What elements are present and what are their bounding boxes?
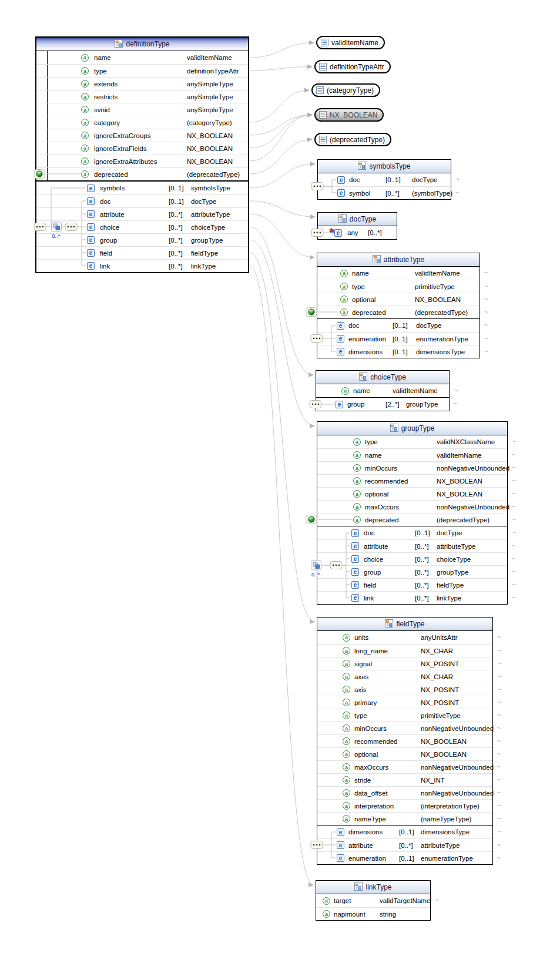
simple-type-box-definitionTypeAttr[interactable]: definitionTypeAttr: [314, 60, 391, 73]
attribute-row[interactable]: category (categoryType): [36, 116, 248, 129]
complex-type-box-groupType[interactable]: groupType type validNXClassName name val…: [317, 421, 508, 605]
element-row[interactable]: group [0..*] groupType: [317, 565, 507, 578]
attribute-row[interactable]: signal NX_POSINT: [317, 657, 492, 670]
complex-type-box-choiceType[interactable]: choiceType name validItemName group [2..…: [316, 370, 450, 411]
element-row[interactable]: group [0..*] groupType: [36, 233, 248, 246]
attribute-row[interactable]: type primitiveType: [317, 709, 492, 722]
attribute-icon: [343, 737, 350, 745]
attributes-section: target validTargetName napimount string: [316, 894, 430, 920]
element-row[interactable]: group [2..*] groupType: [316, 398, 449, 411]
element-type: groupType: [191, 237, 248, 244]
attribute-row[interactable]: maxOccurs nonNegativeUnbounded: [317, 500, 507, 513]
simple-type-box-NX_BOOLEAN[interactable]: NX_BOOLEAN: [314, 108, 384, 122]
attribute-row[interactable]: minOccurs nonNegativeUnbounded: [317, 722, 492, 734]
attribute-row[interactable]: type validNXClassName: [317, 435, 507, 448]
attribute-row[interactable]: data_offset nonNegativeUnbounded: [317, 786, 492, 799]
attribute-row[interactable]: target validTargetName: [316, 894, 430, 907]
box-header-definitionType[interactable]: definitionType: [36, 38, 248, 51]
element-row[interactable]: attribute [0..*] attributeType: [36, 207, 248, 220]
box-header-attributeType[interactable]: attributeType: [317, 253, 479, 267]
complex-type-box-docType[interactable]: docType any [0..*]: [317, 212, 397, 240]
attribute-icon: [353, 490, 361, 498]
attribute-row[interactable]: ignoreExtraAttributes NX_BOOLEAN: [36, 155, 248, 167]
element-row[interactable]: dimensions [0..1] dimensionsType: [317, 826, 492, 838]
attribute-row[interactable]: name validItemName: [317, 448, 507, 461]
attribute-row[interactable]: ignoreExtraGroups NX_BOOLEAN: [36, 129, 248, 142]
any-element-row[interactable]: any [0..*]: [318, 226, 397, 239]
complex-type-box-definitionType[interactable]: definitionType name validItemName type d…: [35, 36, 249, 273]
element-row[interactable]: dimensions [0..1] dimensionsType: [317, 345, 479, 358]
attribute-icon: [343, 647, 350, 655]
attribute-row[interactable]: ignoreExtraFields NX_BOOLEAN: [36, 142, 248, 155]
attribute-row[interactable]: optional NX_BOOLEAN: [317, 747, 492, 760]
attribute-row[interactable]: long_name NX_CHAR: [317, 644, 492, 657]
attribute-icon: [81, 119, 89, 126]
attribute-row[interactable]: units anyUnitsAttr: [317, 631, 492, 644]
box-header-choiceType[interactable]: choiceType: [316, 371, 449, 384]
attribute-row[interactable]: maxOccurs nonNegativeUnbounded: [317, 760, 492, 773]
attribute-row[interactable]: name validItemName: [317, 267, 479, 280]
occurrence: [0..*]: [385, 190, 412, 197]
attributes-section: name validItemName type definitionTypeAt…: [36, 51, 248, 182]
attribute-row[interactable]: optional NX_BOOLEAN: [317, 487, 507, 500]
element-row[interactable]: link [0..*] linkType: [317, 591, 507, 604]
simple-type-box-validItemName[interactable]: validItemName: [316, 36, 385, 49]
element-row[interactable]: link [0..*] linkType: [36, 259, 248, 272]
box-header-linkType[interactable]: linkType: [316, 881, 430, 894]
element-type: fieldType: [437, 582, 507, 589]
attribute-type: NX_BOOLEAN: [187, 158, 248, 165]
element-row[interactable]: doc [0..1] docType: [318, 173, 451, 186]
attribute-row[interactable]: deprecated (deprecatedType): [36, 167, 248, 180]
occurrence: [0..*]: [169, 224, 191, 231]
box-header-symbolsType[interactable]: symbolsType: [318, 160, 451, 173]
attribute-row[interactable]: type primitiveType: [317, 280, 479, 293]
attribute-name: recommended: [365, 478, 437, 485]
attribute-row[interactable]: restricts anySimpleType: [36, 90, 248, 103]
attribute-row[interactable]: name validItemName: [36, 51, 248, 64]
attribute-row[interactable]: interpretation (interpretationType): [317, 799, 492, 812]
simple-type-box-categoryType[interactable]: (categoryType): [311, 83, 380, 97]
attribute-row[interactable]: napimount string: [316, 907, 430, 920]
attribute-row[interactable]: extends anySimpleType: [36, 77, 248, 90]
attribute-name: name: [353, 387, 393, 394]
simple-type-box-deprecatedType[interactable]: (deprecatedType): [314, 133, 391, 146]
attribute-row[interactable]: axis NX_POSINT: [317, 683, 492, 696]
attribute-row[interactable]: recommended NX_BOOLEAN: [317, 734, 492, 747]
attribute-row[interactable]: primary NX_POSINT: [317, 696, 492, 709]
element-row[interactable]: doc [0..1] docType: [317, 526, 507, 539]
attribute-row[interactable]: optional NX_BOOLEAN: [317, 293, 479, 306]
attribute-type: anySimpleType: [187, 80, 248, 88]
element-row[interactable]: symbols [0..1] symbolsType: [36, 182, 248, 194]
attribute-row[interactable]: minOccurs nonNegativeUnbounded: [317, 461, 507, 474]
attribute-row[interactable]: stride NX_INT: [317, 773, 492, 786]
attribute-row[interactable]: axes NX_CHAR: [317, 670, 492, 683]
complex-type-box-attributeType[interactable]: attributeType name validItemName type pr…: [317, 253, 480, 358]
element-row[interactable]: attribute [0..*] attributeType: [317, 539, 507, 552]
element-row[interactable]: doc [0..1] docType: [317, 319, 479, 332]
element-row[interactable]: enumeration [0..1] enumerationType: [317, 332, 479, 345]
box-header-docType[interactable]: docType: [318, 213, 397, 226]
attribute-row[interactable]: svnid anySimpleType: [36, 103, 248, 116]
element-row[interactable]: choice [0..*] choiceType: [317, 552, 507, 565]
complex-type-box-linkType[interactable]: linkType target validTargetName napimoun…: [316, 880, 431, 921]
box-header-groupType[interactable]: groupType: [317, 422, 507, 435]
element-row[interactable]: field [0..*] fieldType: [36, 246, 248, 259]
element-row[interactable]: enumeration [0..1] enumerationType: [317, 851, 492, 864]
box-header-fieldType[interactable]: fieldType: [317, 618, 492, 631]
attribute-row[interactable]: nameType (nameTypeType): [317, 812, 492, 825]
attribute-row[interactable]: type definitionTypeAttr: [36, 64, 248, 77]
attribute-row[interactable]: recommended NX_BOOLEAN: [317, 474, 507, 487]
attribute-row[interactable]: deprecated (deprecatedType): [317, 513, 507, 526]
complex-type-box-symbolsType[interactable]: symbolsType doc [0..1] docType symbol [0…: [317, 159, 451, 200]
element-row[interactable]: choice [0..*] choiceType: [36, 220, 248, 233]
element-name: any: [347, 229, 368, 236]
elements-section: doc [0..1] docType enumeration [0..1] en…: [317, 319, 479, 358]
attribute-row[interactable]: deprecated (deprecatedType): [317, 306, 479, 318]
element-row[interactable]: field [0..*] fieldType: [317, 578, 507, 591]
element-row[interactable]: attribute [0..*] attributeType: [317, 838, 492, 851]
element-row[interactable]: symbol [0..*] (symbolType): [318, 186, 451, 199]
attribute-name: ignoreExtraFields: [94, 145, 187, 152]
attribute-row[interactable]: name validItemName: [316, 384, 449, 397]
element-row[interactable]: doc [0..1] docType: [36, 194, 248, 207]
complex-type-box-fieldType[interactable]: fieldType units anyUnitsAttr long_name N…: [317, 617, 493, 865]
